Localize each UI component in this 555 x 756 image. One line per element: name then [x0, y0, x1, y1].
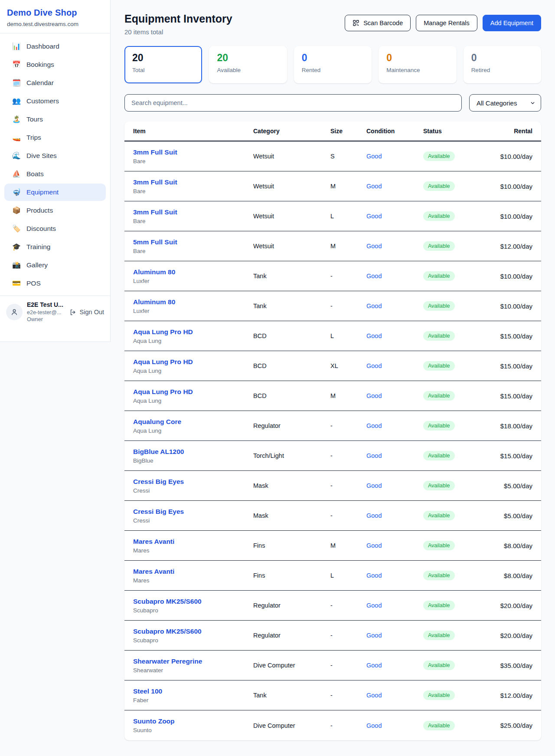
condition-link[interactable]: Good — [366, 602, 423, 609]
user-email: e2e-tester@... — [27, 309, 63, 316]
item-name-link[interactable]: Aluminum 80 — [133, 268, 253, 276]
size-cell: S — [330, 153, 366, 160]
sidebar-item-tours[interactable]: 🏝️ Tours — [4, 111, 106, 128]
add-equipment-button[interactable]: Add Equipment — [483, 15, 541, 31]
status-cell: Available — [423, 391, 489, 401]
user-role: Owner — [27, 316, 63, 323]
condition-link[interactable]: Good — [366, 482, 423, 489]
condition-link[interactable]: Good — [366, 662, 423, 669]
item-name-link[interactable]: Shearwater Peregrine — [133, 657, 253, 665]
sidebar-item-training[interactable]: 🎓 Training — [4, 238, 106, 256]
condition-link[interactable]: Good — [366, 452, 423, 459]
item-name-link[interactable]: Aluminum 80 — [133, 298, 253, 306]
item-name-link[interactable]: BigBlue AL1200 — [133, 448, 253, 456]
size-cell: - — [330, 722, 366, 729]
condition-link[interactable]: Good — [366, 422, 423, 429]
category-cell: Dive Computer — [253, 722, 330, 729]
condition-link[interactable]: Good — [366, 722, 423, 729]
table-row: Aqua Lung Pro HD Aqua Lung BCD L Good Av… — [124, 321, 541, 351]
rental-cell: $12.00/day — [489, 692, 532, 699]
size-cell: - — [330, 662, 366, 669]
item-name-link[interactable]: Cressi Big Eyes — [133, 508, 253, 516]
sidebar-item-bookings[interactable]: 📅 Bookings — [4, 56, 106, 73]
stat-card-retired[interactable]: 0 Retired — [464, 46, 541, 83]
item-name-link[interactable]: Scubapro MK25/S600 — [133, 598, 253, 605]
category-select[interactable]: All Categories — [469, 94, 541, 112]
item-name-link[interactable]: 3mm Full Suit — [133, 148, 253, 156]
condition-link[interactable]: Good — [366, 273, 423, 279]
category-cell: Regulator — [253, 602, 330, 609]
page-header: Equipment Inventory 20 items total Scan … — [124, 11, 541, 36]
condition-link[interactable]: Good — [366, 632, 423, 639]
item-name-link[interactable]: 3mm Full Suit — [133, 178, 253, 186]
stat-card-rented[interactable]: 0 Rented — [294, 46, 372, 83]
sidebar-item-products[interactable]: 📦 Products — [4, 202, 106, 219]
item-name-link[interactable]: Aqua Lung Pro HD — [133, 388, 253, 396]
condition-link[interactable]: Good — [366, 362, 423, 369]
item-name-link[interactable]: Aqua Lung Pro HD — [133, 328, 253, 336]
condition-link[interactable]: Good — [366, 512, 423, 519]
stat-card-total[interactable]: 20 Total — [124, 46, 202, 83]
rental-cell: $10.00/day — [489, 273, 532, 280]
status-cell: Available — [423, 241, 489, 251]
sidebar-item-dive-sites[interactable]: 🌊 Dive Sites — [4, 147, 106, 164]
table-body: 3mm Full Suit Bare Wetsuit S Good Availa… — [124, 141, 541, 740]
sidebar-item-trips[interactable]: 🚤 Trips — [4, 129, 106, 146]
rental-cell: $8.00/day — [489, 572, 532, 579]
rental-cell: $15.00/day — [489, 452, 532, 460]
status-cell: Available — [423, 361, 489, 371]
item-name-link[interactable]: 3mm Full Suit — [133, 208, 253, 216]
sidebar-item-equipment[interactable]: 🤿 Equipment — [4, 184, 106, 201]
user-meta: E2E Test U... e2e-tester@... Owner — [27, 301, 63, 323]
condition-link[interactable]: Good — [366, 332, 423, 339]
sidebar-item-boats[interactable]: ⛵ Boats — [4, 165, 106, 183]
item-cell: Aluminum 80 Luxfer — [133, 268, 253, 284]
column-header-rental: Rental — [489, 128, 532, 135]
item-name-link[interactable]: Suunto Zoop — [133, 717, 253, 725]
sidebar-item-pos[interactable]: 💳 POS — [4, 275, 106, 292]
item-name-link[interactable]: Mares Avanti — [133, 568, 253, 575]
stat-card-maintenance[interactable]: 0 Maintenance — [379, 46, 456, 83]
item-name-link[interactable]: 5mm Full Suit — [133, 238, 253, 246]
condition-link[interactable]: Good — [366, 243, 423, 250]
table-row: Aqualung Core Aqua Lung Regulator - Good… — [124, 411, 541, 441]
item-name-link[interactable]: Aqualung Core — [133, 418, 253, 426]
condition-link[interactable]: Good — [366, 213, 423, 220]
manage-rentals-label: Manage Rentals — [424, 20, 470, 26]
status-badge: Available — [423, 181, 455, 191]
condition-link[interactable]: Good — [366, 153, 423, 160]
equipment-table: Item Category Size Condition Status Rent… — [124, 122, 541, 740]
condition-link[interactable]: Good — [366, 302, 423, 309]
status-badge: Available — [423, 601, 455, 610]
sidebar-nav: 📊 Dashboard 📅 Bookings 🗓️ Calendar 👥 Cus… — [0, 33, 110, 294]
search-input[interactable] — [124, 94, 462, 112]
condition-link[interactable]: Good — [366, 542, 423, 549]
condition-link[interactable]: Good — [366, 183, 423, 190]
sidebar-item-dashboard[interactable]: 📊 Dashboard — [4, 38, 106, 55]
condition-link[interactable]: Good — [366, 572, 423, 579]
item-name-link[interactable]: Aqua Lung Pro HD — [133, 358, 253, 366]
condition-link[interactable]: Good — [366, 692, 423, 699]
header-actions: Scan Barcode Manage Rentals Add Equipmen… — [345, 15, 541, 31]
status-cell: Available — [423, 331, 489, 341]
sign-out-button[interactable]: Sign Out — [69, 309, 104, 316]
manage-rentals-button[interactable]: Manage Rentals — [416, 15, 477, 31]
item-name-link[interactable]: Scubapro MK25/S600 — [133, 628, 253, 635]
item-brand: Aqua Lung — [133, 368, 253, 374]
gallery-icon: 📸 — [12, 260, 21, 270]
category-cell: BCD — [253, 392, 330, 399]
sidebar-item-customers[interactable]: 👥 Customers — [4, 92, 106, 110]
sidebar-item-calendar[interactable]: 🗓️ Calendar — [4, 74, 106, 92]
avatar — [6, 304, 23, 320]
item-cell: Cressi Big Eyes Cressi — [133, 478, 253, 494]
item-name-link[interactable]: Mares Avanti — [133, 538, 253, 546]
item-name-link[interactable]: Cressi Big Eyes — [133, 478, 253, 486]
condition-link[interactable]: Good — [366, 392, 423, 399]
status-cell: Available — [423, 181, 489, 191]
sidebar-item-discounts[interactable]: 🏷️ Discounts — [4, 220, 106, 237]
person-icon — [10, 308, 18, 316]
scan-barcode-button[interactable]: Scan Barcode — [345, 15, 411, 31]
stat-card-available[interactable]: 20 Available — [209, 46, 287, 83]
item-name-link[interactable]: Steel 100 — [133, 687, 253, 695]
sidebar-item-gallery[interactable]: 📸 Gallery — [4, 256, 106, 274]
